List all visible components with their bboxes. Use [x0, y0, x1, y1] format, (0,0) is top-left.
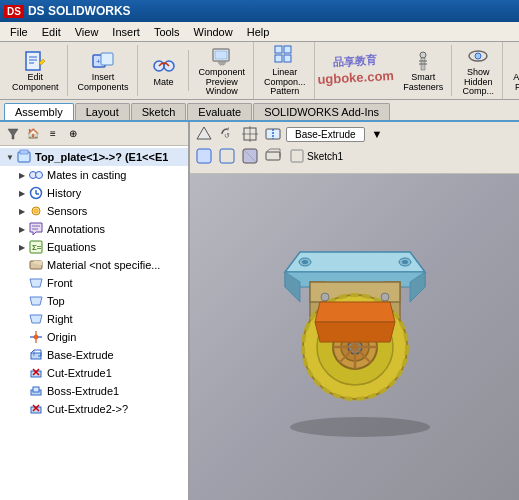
tab-addins[interactable]: SOLIDWORKS Add-Ins	[253, 103, 390, 120]
tree-item-boss-extrude1[interactable]: ▶ Boss-Extrude1	[0, 382, 188, 400]
history-icon	[28, 185, 44, 201]
tree-item-mates[interactable]: ▶ Mates in casting	[0, 166, 188, 184]
tab-sketch[interactable]: Sketch	[131, 103, 187, 120]
menu-help[interactable]: Help	[241, 25, 276, 39]
edit-component-button[interactable]: EditComponent	[8, 47, 63, 95]
sketch-tag[interactable]: Sketch1	[286, 148, 347, 164]
preview-icon	[210, 44, 234, 68]
menu-view[interactable]: View	[69, 25, 105, 39]
smart-fasteners-button[interactable]: SmartFasteners	[399, 47, 447, 95]
svg-rect-62	[197, 149, 211, 163]
annotations-expand[interactable]: ▶	[16, 223, 28, 235]
show-hidden-label: ShowHiddenComp...	[462, 68, 494, 98]
rotate-view-btn[interactable]: ↺	[217, 124, 237, 144]
tree-item-base-extrude[interactable]: ▶ Base-Extrude	[0, 346, 188, 364]
insert-components-button[interactable]: + InsertComponents	[74, 47, 133, 95]
tree-item-equations[interactable]: ▶ Σ= Equations	[0, 238, 188, 256]
tree-item-front[interactable]: ▶ Front	[0, 274, 188, 292]
svg-marker-41	[30, 315, 42, 323]
linear-component-button[interactable]: LinearCompon...Pattern	[260, 42, 310, 99]
history-expand[interactable]: ▶	[16, 187, 28, 199]
tree-item-sensors[interactable]: ▶ Sensors	[0, 202, 188, 220]
tree-item-cut-extrude1[interactable]: ▶ Cut-Extrude1	[0, 364, 188, 382]
svg-marker-24	[8, 129, 18, 139]
toolbar-group-pattern: LinearCompon...Pattern	[256, 42, 315, 100]
svg-rect-10	[215, 51, 227, 59]
tree-item-annotations[interactable]: ▶ Annotations	[0, 220, 188, 238]
view-toolbar: ↺ Base-Extrude	[190, 122, 519, 174]
show-lines-btn[interactable]	[217, 146, 237, 166]
assembly-features-label: AssemblyFeatures	[513, 73, 519, 93]
toolbar-group-assembly: AssemblyFeatures	[505, 45, 519, 97]
tree-item-top[interactable]: ▶ Top	[0, 292, 188, 310]
viewport-3d[interactable]	[190, 174, 519, 500]
model-svg	[220, 232, 490, 442]
wireframe-btn[interactable]	[263, 146, 283, 166]
linear-component-label: LinearCompon...Pattern	[264, 68, 306, 98]
root-expand-btn[interactable]: ▼	[4, 151, 16, 163]
feature-tag[interactable]: Base-Extrude	[286, 127, 365, 142]
sensors-expand[interactable]: ▶	[16, 205, 28, 217]
tab-assembly[interactable]: Assembly	[4, 103, 74, 120]
mates-expand[interactable]: ▶	[16, 169, 28, 181]
view-toolbar-row1: ↺ Base-Extrude	[194, 124, 515, 144]
tree-collapse-icon[interactable]: ≡	[44, 125, 62, 143]
menu-edit[interactable]: Edit	[36, 25, 67, 39]
origin-icon	[28, 329, 44, 345]
svg-marker-39	[30, 279, 42, 287]
material-label: Material <not specifie...	[47, 259, 160, 271]
svg-rect-0	[26, 52, 40, 70]
cut-extrude2-label: Cut-Extrude2->?	[47, 403, 128, 415]
shaded-btn[interactable]	[240, 146, 260, 166]
app-title: DS SOLIDWORKS	[28, 4, 131, 18]
tree-root[interactable]: ▼ Top_plate<1>->? (E1<<E1	[0, 148, 188, 166]
tree-item-history[interactable]: ▶ History	[0, 184, 188, 202]
toolbar-group-fasteners: SmartFasteners	[395, 45, 452, 97]
filter-icon[interactable]	[4, 125, 22, 143]
toolbar-group-hidden: ShowHiddenComp...	[454, 42, 503, 100]
right-panel: ↺ Base-Extrude	[190, 122, 519, 500]
svg-point-28	[36, 172, 43, 179]
tree-home-icon[interactable]: 🏠	[24, 125, 42, 143]
insert-components-label: InsertComponents	[78, 73, 129, 93]
tree-item-cut-extrude2[interactable]: ▶ Cut-Extrude2->?	[0, 400, 188, 418]
tab-evaluate[interactable]: Evaluate	[187, 103, 252, 120]
menu-insert[interactable]: Insert	[106, 25, 146, 39]
svg-point-33	[34, 209, 38, 213]
assembly-features-button[interactable]: AssemblyFeatures	[509, 47, 519, 95]
main-area: 🏠 ≡ ⊕ ▼ Top_plate<1>->? (E1<<E1 ▶	[0, 122, 519, 500]
svg-point-86	[321, 293, 329, 301]
component-preview-button[interactable]: ComponentPreviewWindow	[195, 42, 250, 99]
base-extrude-icon	[28, 347, 44, 363]
section-view-btn[interactable]	[263, 124, 283, 144]
insert-icon: +	[91, 49, 115, 73]
menu-window[interactable]: Window	[188, 25, 239, 39]
svg-rect-13	[275, 55, 282, 62]
mate-button[interactable]: Mate	[144, 52, 184, 90]
tree-item-right[interactable]: ▶ Right	[0, 310, 188, 328]
svg-text:↺: ↺	[224, 132, 230, 139]
svg-rect-12	[284, 46, 291, 53]
zoom-extents-btn[interactable]	[240, 124, 260, 144]
svg-rect-51	[33, 387, 39, 392]
display-style-btn[interactable]	[194, 146, 214, 166]
menu-file[interactable]: File	[4, 25, 34, 39]
tab-layout[interactable]: Layout	[75, 103, 130, 120]
standard-views-btn[interactable]	[194, 124, 214, 144]
edit-component-label: EditComponent	[12, 73, 59, 93]
menu-tools[interactable]: Tools	[148, 25, 186, 39]
show-hidden-button[interactable]: ShowHiddenComp...	[458, 42, 498, 99]
tree-expand-icon[interactable]: ⊕	[64, 125, 82, 143]
sensors-label: Sensors	[47, 205, 87, 217]
svg-point-15	[420, 52, 426, 58]
top-plane-icon	[28, 293, 44, 309]
sketch-label: Sketch1	[307, 151, 343, 162]
tree-item-material[interactable]: ▶ Material <not specifie...	[0, 256, 188, 274]
svg-marker-40	[30, 297, 42, 305]
toolbar-group-preview: ComponentPreviewWindow	[191, 42, 255, 100]
tree-item-origin[interactable]: ▶ Origin	[0, 328, 188, 346]
equations-expand[interactable]: ▶	[16, 241, 28, 253]
cut-extrude2-icon	[28, 401, 44, 417]
toolbar: EditComponent + InsertComponents	[0, 42, 519, 100]
mates-icon	[28, 167, 44, 183]
